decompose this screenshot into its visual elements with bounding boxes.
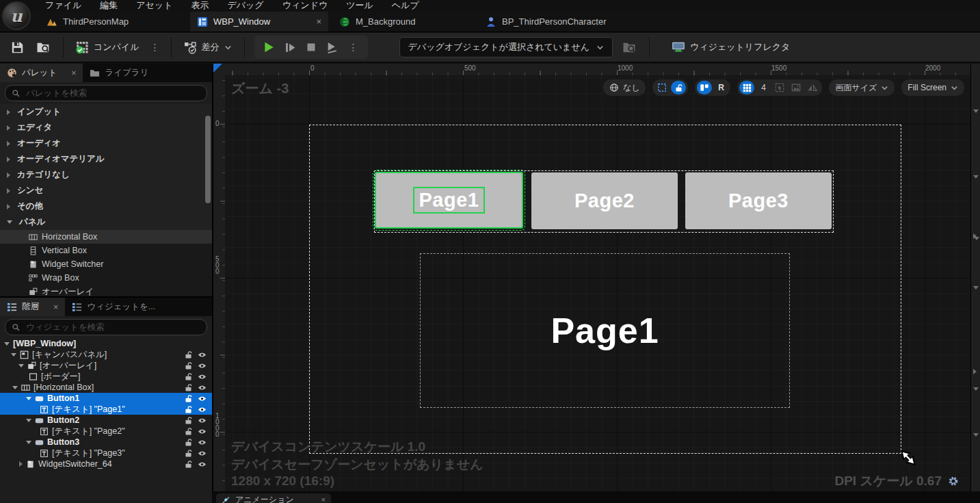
canvas-button2[interactable]: Page2 <box>531 172 678 229</box>
lock-icon[interactable] <box>184 449 193 458</box>
compile-options-icon[interactable]: ⋮ <box>149 42 161 53</box>
save-button[interactable] <box>8 38 27 57</box>
menu-asset[interactable]: アセット <box>136 0 172 10</box>
browse-asset-button[interactable] <box>34 38 53 56</box>
palette-search-box[interactable] <box>5 85 207 101</box>
palette-item-horizontal-box[interactable]: Horizontal Box <box>0 230 212 244</box>
preview-background-toggle[interactable] <box>789 81 804 94</box>
tab-m-background[interactable]: M_Background <box>332 12 479 31</box>
tree-row-button3[interactable]: Button3 <box>0 437 212 448</box>
palette-category-other[interactable]: その他 <box>0 198 212 214</box>
visibility-eye-icon[interactable] <box>198 361 207 370</box>
play-options-icon[interactable]: ⋮ <box>347 42 360 53</box>
palette-item-vertical-box[interactable]: Vertical Box <box>0 244 212 257</box>
tab-palette[interactable]: パレット × <box>0 64 83 82</box>
diff-button[interactable]: 差分 <box>181 38 235 57</box>
visibility-eye-icon[interactable] <box>198 416 207 425</box>
canvas-button3[interactable]: Page3 <box>685 172 832 229</box>
localization-preview-toggle[interactable]: なし <box>602 79 647 96</box>
play-button[interactable] <box>263 41 275 53</box>
tree-row-wbp-window[interactable]: [WBP_Window] <box>0 338 212 349</box>
hierarchy-search-box[interactable] <box>5 319 207 335</box>
tab-thirdpersonmap[interactable]: ThirdPersonMap <box>40 12 190 31</box>
tab-bind-widgets[interactable]: ウィジェットを... <box>65 298 162 316</box>
tree-row-text-page3[interactable]: [テキスト] "Page3" <box>0 448 212 459</box>
palette-category-uncategorized[interactable]: カテゴリなし <box>0 167 212 183</box>
design-canvas[interactable]: ズーム -3 なし R 4 <box>225 75 971 503</box>
menu-debug[interactable]: デバッグ <box>227 0 263 10</box>
compile-button[interactable]: コンパイル <box>73 38 142 57</box>
visibility-eye-icon[interactable] <box>198 438 207 447</box>
close-tab-icon[interactable]: × <box>309 16 321 27</box>
tree-row-overlay[interactable]: [オーバーレイ] <box>0 360 212 371</box>
tree-row-border[interactable]: [ボーダー] <box>0 371 212 382</box>
gear-icon[interactable] <box>948 476 959 487</box>
lock-icon[interactable] <box>184 416 193 425</box>
button1-text[interactable]: Page1 <box>413 187 486 214</box>
tree-row-button2[interactable]: Button2 <box>0 415 212 426</box>
menu-view[interactable]: 表示 <box>191 0 209 10</box>
tab-animation[interactable]: アニメーション × <box>216 493 331 503</box>
close-panel-icon[interactable]: × <box>53 302 58 312</box>
menu-window[interactable]: ウィンドウ <box>282 0 328 10</box>
tab-hierarchy[interactable]: 階層 × <box>0 298 65 316</box>
visibility-eye-icon[interactable] <box>198 405 207 414</box>
browse-debug-object-button[interactable] <box>620 38 639 56</box>
lock-icon[interactable] <box>184 438 193 447</box>
flip-preview-toggle[interactable] <box>805 81 820 94</box>
palette-item-widget-switcher[interactable]: Widget Switcher <box>0 257 212 271</box>
canvas-button1[interactable]: Page1 <box>375 172 523 229</box>
tree-row-widget-switcher[interactable]: WidgetSwitcher_64 <box>0 459 212 469</box>
lock-icon[interactable] <box>184 383 193 392</box>
palette-category-input[interactable]: インプット <box>0 104 212 120</box>
menu-help[interactable]: ヘルプ <box>392 0 419 10</box>
eject-button[interactable] <box>326 42 338 53</box>
palette-scrollbar[interactable] <box>205 116 211 203</box>
visibility-eye-icon[interactable] <box>198 460 207 469</box>
palette-category-audio-material[interactable]: オーディオマテリアル <box>0 151 212 167</box>
tree-row-text-page1[interactable]: [テキスト] "Page1" <box>0 404 212 415</box>
menu-tools[interactable]: ツール <box>346 0 373 10</box>
lock-icon[interactable] <box>184 405 193 414</box>
grid-snap-size[interactable]: 4 <box>756 81 771 94</box>
palette-category-editor[interactable]: エディタ <box>0 120 212 136</box>
tree-row-horizontal-box[interactable]: [Horizontal Box] <box>0 382 212 393</box>
cursor-select-toggle[interactable] <box>772 81 787 94</box>
lock-widgets-toggle[interactable] <box>671 81 686 94</box>
visibility-eye-icon[interactable] <box>198 383 207 392</box>
palette-category-synth[interactable]: シンセ <box>0 183 212 198</box>
tab-library[interactable]: ライブラリ <box>83 64 155 82</box>
tree-row-canvas-panel[interactable]: [キャンバスパネル] <box>0 349 212 360</box>
tab-wbp-window[interactable]: WBP_Window × <box>190 12 328 31</box>
lock-icon[interactable] <box>184 350 193 359</box>
close-tab-icon[interactable]: × <box>321 495 326 503</box>
debug-object-dropdown[interactable]: デバッグオブジェクトが選択されていません <box>399 37 613 57</box>
widget-reflector-button[interactable]: ウィジェットリフレクタ <box>669 38 793 56</box>
lock-icon[interactable] <box>184 372 193 381</box>
palette-search-input[interactable] <box>25 88 200 99</box>
lock-icon[interactable] <box>184 394 193 403</box>
palette-category-audio[interactable]: オーディオ <box>0 136 212 151</box>
lock-icon[interactable] <box>184 361 193 370</box>
visibility-eye-icon[interactable] <box>198 427 207 436</box>
visibility-eye-icon[interactable] <box>198 449 207 458</box>
visibility-eye-icon[interactable] <box>198 372 207 381</box>
menu-edit[interactable]: 編集 <box>100 0 118 10</box>
visibility-eye-icon[interactable] <box>198 394 207 403</box>
fill-screen-dropdown[interactable]: Fill Screen <box>901 79 965 96</box>
tab-bp-thirdpersoncharacter[interactable]: BP_ThirdPersonCharacter <box>479 12 641 31</box>
lock-icon[interactable] <box>184 427 193 436</box>
menu-file[interactable]: ファイル <box>45 0 81 10</box>
respect-locks-toggle[interactable]: R <box>713 81 728 94</box>
palette-item-wrap-box[interactable]: Wrap Box <box>0 271 212 285</box>
outline-mode-toggle[interactable] <box>654 81 670 94</box>
resize-handle-cursor[interactable] <box>901 450 916 465</box>
widget-switcher-outline[interactable]: Page1 <box>420 253 790 408</box>
close-panel-icon[interactable]: × <box>71 68 76 78</box>
frame-skip-button[interactable] <box>284 42 296 53</box>
stop-button[interactable] <box>306 42 317 53</box>
hierarchy-search-input[interactable] <box>25 322 200 333</box>
visibility-eye-icon[interactable] <box>198 350 207 359</box>
tree-row-text-page2[interactable]: [テキスト] "Page2" <box>0 426 212 437</box>
widget-bounds-toggle[interactable] <box>697 81 712 94</box>
